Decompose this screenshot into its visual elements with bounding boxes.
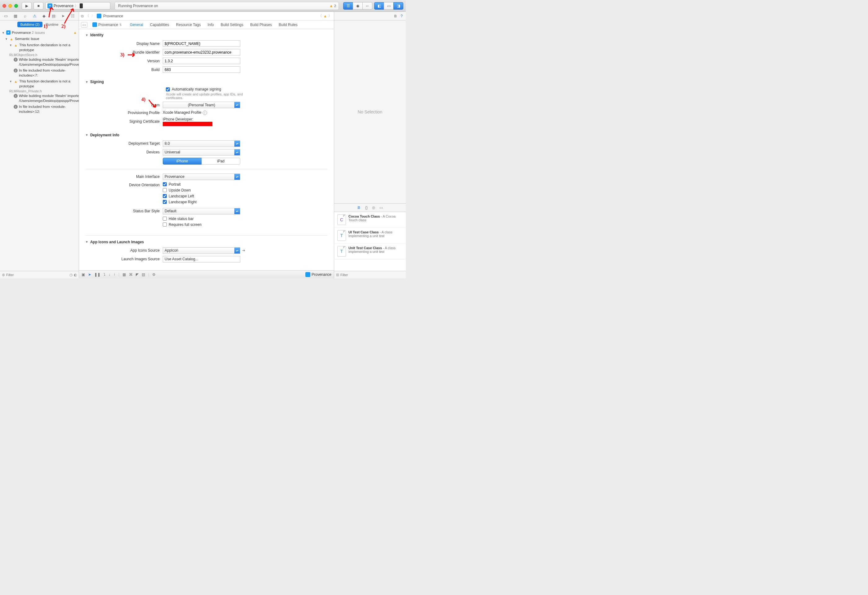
debug-process[interactable]: Provenance (306, 272, 331, 277)
build-input[interactable] (163, 66, 240, 73)
tab-build-phases[interactable]: Build Phases (250, 21, 272, 28)
main-interface-select[interactable]: Provenance▴▾ (163, 174, 240, 180)
tab-general[interactable]: General (130, 21, 143, 28)
disclosure-icon[interactable]: ▼ (5, 37, 8, 41)
disclosure-icon[interactable]: ▼ (85, 133, 89, 137)
code-snippet-icon[interactable]: {} (365, 205, 368, 210)
outline-toggle[interactable]: ▭ (81, 22, 87, 28)
location-icon[interactable]: ◤ (136, 272, 139, 277)
next-issue-button[interactable]: 〉 (328, 13, 332, 19)
clock-icon[interactable]: ◷ (69, 273, 72, 277)
library-item[interactable]: TUI Test Case Class - A class implementi… (334, 228, 406, 244)
debug-nav-icon[interactable]: ▤ (50, 13, 57, 19)
hide-statusbar-checkbox[interactable] (163, 216, 167, 221)
prev-issue-button[interactable]: 〈 (318, 13, 322, 19)
project-row[interactable]: ▼ ✦ Provenance 2 issues ▲ (0, 30, 79, 36)
zoom-icon[interactable] (14, 4, 18, 8)
issue-nav-icon[interactable]: ⚠ (32, 13, 38, 19)
warning-badge[interactable]: ▲ 2 (329, 3, 336, 8)
landscape-right-checkbox[interactable] (163, 200, 167, 204)
memory-icon[interactable]: ⌘ (129, 272, 133, 277)
launch-button[interactable]: Use Asset Catalog... (163, 256, 240, 262)
forward-button[interactable]: 〉 (91, 13, 95, 19)
tab-buildtime[interactable]: Buildtime (2) (17, 22, 43, 27)
disclosure-icon[interactable]: ▼ (9, 80, 12, 83)
back-button[interactable]: 〈 (86, 13, 89, 19)
info-icon[interactable]: i (203, 110, 207, 115)
target-selector[interactable]: Provenance ⇅ (90, 22, 124, 28)
issue-detail[interactable]: ! In file included from <module-includes… (0, 104, 79, 115)
file-inspector-icon[interactable]: 🗎 (394, 14, 397, 18)
quick-help-icon[interactable]: ? (400, 14, 403, 18)
disclosure-icon[interactable]: ▼ (85, 240, 89, 244)
issue-detail[interactable]: ! While building module 'Realm' imported… (0, 93, 79, 104)
breakpoint-toggle-icon[interactable]: ➤ (88, 272, 91, 277)
filter-input[interactable] (6, 273, 68, 277)
minimize-icon[interactable] (8, 4, 12, 8)
portrait-checkbox[interactable] (163, 182, 167, 186)
tab-capabilities[interactable]: Capabilities (150, 21, 169, 28)
disclosure-icon[interactable]: ▼ (85, 34, 89, 37)
step-into-icon[interactable]: ↓ (108, 272, 110, 277)
disclosure-icon[interactable]: ▼ (85, 80, 89, 84)
standard-editor-button[interactable]: ☰ (343, 2, 353, 10)
tab-runtime[interactable]: Runtime (43, 22, 61, 27)
hide-debug-icon[interactable]: ▣ (81, 272, 85, 277)
step-over-icon[interactable]: ⤵ (103, 272, 105, 277)
upside-checkbox[interactable] (163, 188, 167, 192)
gear-icon[interactable]: ⚙ (152, 272, 156, 277)
tab-build-settings[interactable]: Build Settings (221, 21, 244, 28)
close-icon[interactable] (3, 4, 6, 8)
issue-row[interactable]: ▼ ▲ This function declaration is not a p… (0, 42, 79, 53)
tab-build-rules[interactable]: Build Rules (279, 21, 298, 28)
project-nav-icon[interactable]: ▭ (3, 13, 9, 19)
pause-icon[interactable]: ❚❚ (94, 272, 100, 277)
team-select[interactable]: (Personal Team)▴▾ (163, 102, 240, 108)
more-icon[interactable]: ▤ (142, 272, 145, 277)
step-out-icon[interactable]: ↑ (114, 272, 115, 277)
bundle-id-input[interactable] (163, 49, 240, 56)
jump-project[interactable]: Provenance (103, 14, 123, 18)
tab-info[interactable]: Info (208, 21, 214, 28)
devices-select[interactable]: Universal▴▾ (163, 149, 240, 156)
toggle-iphone[interactable]: iPhone (163, 158, 202, 165)
object-library-icon[interactable]: ◎ (372, 205, 375, 210)
toggle-ipad[interactable]: iPad (202, 158, 241, 165)
disclosure-icon[interactable]: ▼ (9, 43, 12, 47)
disclosure-icon[interactable]: ▼ (2, 31, 5, 35)
assistant-editor-button[interactable]: ◉ (353, 2, 363, 10)
scope-icon[interactable]: ◐ (74, 273, 77, 277)
tab-resource-tags[interactable]: Resource Tags (176, 21, 201, 28)
group-row[interactable]: ▼ ▲ Semantic Issue (0, 36, 79, 43)
deploy-target-select[interactable]: 8.0▴▾ (163, 140, 240, 147)
report-nav-icon[interactable]: ☷ (70, 13, 76, 19)
version-input[interactable] (163, 57, 240, 64)
appicons-select[interactable]: AppIcon▴▾ (163, 247, 240, 254)
grid-icon[interactable]: ⊞ (336, 273, 339, 277)
find-nav-icon[interactable]: ⌕ (22, 13, 28, 19)
version-editor-button[interactable]: ↔ (362, 2, 372, 10)
test-nav-icon[interactable]: ◆ (41, 13, 47, 19)
related-items-icon[interactable]: ⧉ (81, 14, 84, 18)
display-name-input[interactable] (163, 40, 240, 47)
issue-detail[interactable]: ! While building module 'Realm' imported… (0, 57, 79, 68)
stop-button[interactable]: ■ (34, 2, 43, 10)
issue-row[interactable]: ▼ ▲ This function declaration is not a p… (0, 78, 79, 89)
issue-detail[interactable]: ! In file included from <module-includes… (0, 68, 79, 78)
view-debug-icon[interactable]: ▦ (123, 272, 126, 277)
library-filter-input[interactable] (340, 273, 404, 277)
scheme-selector[interactable]: ✦ Provenance 〉 (45, 2, 110, 10)
media-library-icon[interactable]: ▭ (379, 205, 383, 210)
statusbar-select[interactable]: Default▴▾ (163, 208, 240, 215)
symbol-nav-icon[interactable]: ▦ (12, 13, 19, 19)
auto-signing-checkbox[interactable] (166, 87, 170, 91)
landscape-left-checkbox[interactable] (163, 194, 167, 198)
toggle-debug-button[interactable]: ▭ (384, 2, 394, 10)
toggle-navigator-button[interactable]: ◧ (374, 2, 384, 10)
library-item[interactable]: TUnit Test Case Class - A class implemen… (334, 244, 406, 259)
library-item[interactable]: CCocoa Touch Class - A Cocoa Touch class (334, 212, 406, 228)
goto-icon[interactable]: ➜ (242, 248, 245, 253)
run-button[interactable]: ▶ (22, 2, 32, 10)
toggle-inspector-button[interactable]: ◨ (393, 2, 403, 10)
file-template-icon[interactable]: 🗎 (357, 205, 361, 210)
